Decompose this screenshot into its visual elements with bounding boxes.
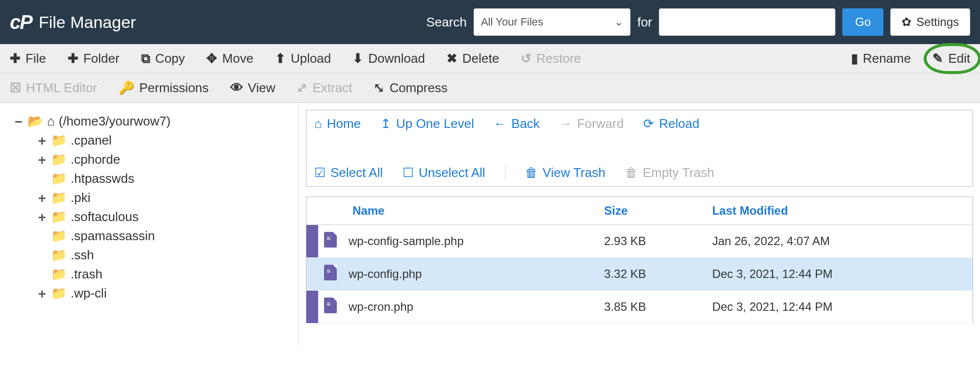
search-label: Search xyxy=(427,15,467,30)
file-size-cell: 2.93 KB xyxy=(598,225,706,258)
row-indicator xyxy=(306,258,319,291)
column-header-name[interactable]: Name xyxy=(343,197,598,225)
expand-icon[interactable]: + xyxy=(38,210,47,225)
file-name-cell: wp-config-sample.php xyxy=(343,225,598,258)
tree-item-label: .ssh xyxy=(71,248,94,263)
navigation-bar: ⌂Home ↥Up One Level ←Back →Forward ⟳Relo… xyxy=(306,110,973,187)
edit-button[interactable]: ✎Edit xyxy=(931,49,971,68)
collapse-icon[interactable]: − xyxy=(15,114,24,129)
tree-root[interactable]: − 📂 ⌂ (/home3/yourwow7) xyxy=(15,112,294,131)
tree-item-label: .softaculous xyxy=(71,209,139,225)
table-row[interactable]: wp-config.php3.32 KBDec 3, 2021, 12:44 P… xyxy=(306,258,973,291)
extract-button: ⤢Extract xyxy=(296,78,353,98)
copy-icon: ⧉ xyxy=(141,51,151,66)
app-title: File Manager xyxy=(39,13,136,32)
download-button[interactable]: ⬇Download xyxy=(352,49,426,68)
forward-button: →Forward xyxy=(559,116,624,131)
file-type-icon xyxy=(318,258,343,291)
unselect-all-button[interactable]: ☐Unselect All xyxy=(402,165,485,180)
upload-button[interactable]: ⬆Upload xyxy=(274,49,332,68)
permissions-button[interactable]: 🔑Permissions xyxy=(118,78,210,98)
trash-icon: 🗑 xyxy=(525,165,538,180)
table-row[interactable]: wp-config-sample.php2.93 KBJan 26, 2022,… xyxy=(306,225,973,258)
search-scope-select[interactable]: All Your Files ⌄ xyxy=(474,8,630,36)
expand-icon[interactable]: + xyxy=(38,286,47,301)
rename-button[interactable]: ▮Rename xyxy=(850,49,912,68)
file-type-icon xyxy=(318,225,343,258)
expand-icon[interactable]: + xyxy=(38,191,47,205)
tree-item-label: .pki xyxy=(71,190,90,205)
new-file-button[interactable]: ✚File xyxy=(9,49,47,68)
header-bar: cP File Manager Search All Your Files ⌄ … xyxy=(0,0,980,44)
compress-button[interactable]: ⤡Compress xyxy=(373,78,448,98)
folder-icon: 📁 xyxy=(51,152,67,167)
toolbar-primary: ✚File ✚Folder ⧉Copy ✥Move ⬆Upload ⬇Downl… xyxy=(0,44,980,74)
plus-icon: ✚ xyxy=(68,51,78,66)
tree-item[interactable]: 📁.ssh xyxy=(38,246,294,265)
tree-item[interactable]: +📁.pki xyxy=(38,188,294,207)
search-go-button[interactable]: Go xyxy=(842,8,883,36)
delete-button[interactable]: ✖Delete xyxy=(446,49,500,68)
tree-item[interactable]: 📁.trash xyxy=(38,265,294,284)
expand-icon[interactable]: + xyxy=(38,133,47,148)
folder-icon: 📁 xyxy=(51,267,67,282)
folder-icon: 📁 xyxy=(51,133,67,148)
search-area: Search All Your Files ⌄ for Go ✿ Setting… xyxy=(427,8,970,36)
settings-label: Settings xyxy=(916,15,959,29)
table-row[interactable]: wp-cron.php3.85 KBDec 3, 2021, 12:44 PM xyxy=(306,291,973,324)
tree-item[interactable]: 📁.spamassassin xyxy=(38,226,294,246)
right-arrow-icon: → xyxy=(559,116,572,131)
folder-tree: − 📂 ⌂ (/home3/yourwow7) +📁.cpanel+📁.cpho… xyxy=(0,103,299,346)
file-modified-cell: Jan 26, 2022, 4:07 AM xyxy=(706,225,973,258)
tree-item[interactable]: +📁.cpanel xyxy=(38,131,294,150)
column-header-modified[interactable]: Last Modified xyxy=(706,197,973,225)
expand-icon[interactable]: + xyxy=(38,152,47,167)
folder-icon: 📁 xyxy=(51,209,67,225)
cpanel-icon: cP xyxy=(10,11,32,33)
column-header-size[interactable]: Size xyxy=(598,197,706,225)
toolbar-secondary: ☒HTML Editor 🔑Permissions 👁View ⤢Extract… xyxy=(0,74,980,103)
file-size-cell: 3.32 KB xyxy=(598,258,706,291)
settings-button[interactable]: ✿ Settings xyxy=(890,8,970,36)
copy-button[interactable]: ⧉Copy xyxy=(140,49,186,68)
tree-item[interactable]: +📁.cphorde xyxy=(38,150,294,169)
file-modified-cell: Dec 3, 2021, 12:44 PM xyxy=(706,291,973,324)
new-folder-button[interactable]: ✚Folder xyxy=(67,49,121,68)
app-logo: cP File Manager xyxy=(10,11,136,33)
restore-icon: ↺ xyxy=(521,51,531,66)
file-table: Name Size Last Modified wp-config-sample… xyxy=(306,197,973,324)
tree-item-label: .wp-cli xyxy=(71,286,107,301)
up-one-level-button[interactable]: ↥Up One Level xyxy=(380,116,474,131)
home-icon: ⌂ xyxy=(314,116,322,131)
move-button[interactable]: ✥Move xyxy=(205,49,254,68)
file-name-cell: wp-config.php xyxy=(343,258,598,291)
extract-icon: ⤢ xyxy=(297,80,307,96)
back-button[interactable]: ←Back xyxy=(494,116,540,131)
html-editor-button: ☒HTML Editor xyxy=(9,78,98,98)
tree-item-label: .trash xyxy=(71,267,102,282)
view-trash-button[interactable]: 🗑View Trash xyxy=(525,165,605,180)
view-button[interactable]: 👁View xyxy=(229,78,276,98)
file-size-cell: 3.85 KB xyxy=(598,291,706,324)
upload-icon: ⬆ xyxy=(275,51,286,66)
tree-item[interactable]: +📁.wp-cli xyxy=(38,284,294,303)
pencil-icon: ✎ xyxy=(932,51,943,66)
separator xyxy=(505,165,505,180)
tree-item[interactable]: +📁.softaculous xyxy=(38,207,294,226)
folder-icon: 📁 xyxy=(51,248,67,263)
select-all-button[interactable]: ☑Select All xyxy=(314,165,383,180)
tree-item-label: .cpanel xyxy=(71,133,112,148)
row-indicator xyxy=(306,225,319,258)
tree-item[interactable]: 📁.htpasswds xyxy=(38,169,294,188)
reload-button[interactable]: ⟳Reload xyxy=(643,116,699,131)
edit-square-icon: ☒ xyxy=(10,80,21,96)
file-name-cell: wp-cron.php xyxy=(343,291,598,324)
file-icon: ▮ xyxy=(851,51,858,66)
left-arrow-icon: ← xyxy=(494,116,506,131)
chevron-down-icon: ⌄ xyxy=(614,16,623,28)
home-button[interactable]: ⌂Home xyxy=(314,116,361,131)
search-input[interactable] xyxy=(659,8,835,36)
row-indicator xyxy=(306,291,319,324)
home-icon: ⌂ xyxy=(47,114,55,129)
folder-icon: 📁 xyxy=(51,171,67,186)
